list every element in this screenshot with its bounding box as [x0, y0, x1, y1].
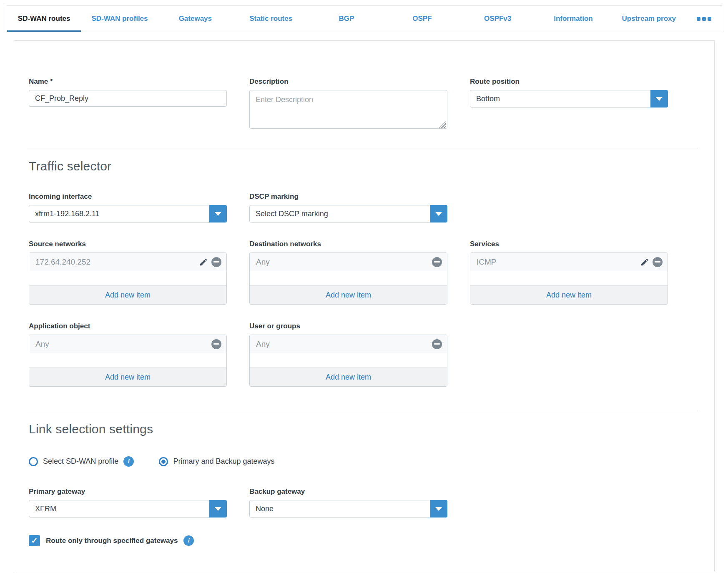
application-users-row: Application object Any Add new item User…: [29, 322, 698, 387]
backup-gateway-select[interactable]: None: [249, 500, 447, 518]
list-item: Any: [29, 335, 226, 353]
primary-gateway-select[interactable]: XFRM: [29, 500, 227, 518]
remove-icon[interactable]: [432, 257, 442, 267]
list-item-text: ICMP: [477, 258, 640, 267]
route-position-select[interactable]: Bottom: [470, 90, 668, 108]
add-service-button[interactable]: Add new item: [470, 285, 668, 304]
user-or-groups-listbox: Any Add new item: [249, 335, 447, 387]
services-listbox: ICMP Add new item: [470, 252, 668, 305]
route-position-field-group: Route position Bottom: [470, 78, 668, 130]
chevron-down-icon: [215, 212, 221, 216]
tab-ospfv3[interactable]: OSPFv3: [460, 6, 535, 32]
backup-gateway-dropdown-button[interactable]: [430, 500, 447, 518]
route-only-checkbox[interactable]: ✓: [29, 535, 40, 546]
description-label: Description: [249, 78, 447, 86]
tab-static-routes[interactable]: Static routes: [233, 6, 309, 32]
radio-primary-backup-gateways[interactable]: Primary and Backup gateways: [159, 457, 274, 466]
user-or-groups-label: User or groups: [249, 322, 447, 330]
tab-bar: SD-WAN routes SD-WAN profiles Gateways S…: [6, 5, 722, 32]
primary-gateway-field-group: Primary gateway XFRM: [29, 488, 227, 518]
tab-bgp[interactable]: BGP: [309, 6, 384, 32]
ellipsis-icon: [697, 17, 711, 21]
radio-label: Select SD-WAN profile: [43, 457, 118, 466]
edit-icon[interactable]: [640, 258, 649, 267]
route-position-value: Bottom: [470, 90, 650, 107]
networks-services-row: Source networks 172.64.240.252 Add new i…: [29, 240, 698, 305]
description-textarea[interactable]: [249, 90, 447, 129]
route-only-checkbox-label: Route only through specified gateways: [46, 537, 178, 545]
destination-networks-label: Destination networks: [249, 240, 447, 248]
destination-networks-listbox: Any Add new item: [249, 252, 447, 305]
list-item-text: Any: [35, 340, 211, 349]
incoming-interface-dropdown-button[interactable]: [209, 205, 227, 222]
source-networks-group: Source networks 172.64.240.252 Add new i…: [29, 240, 227, 305]
list-item-text: Any: [256, 258, 432, 267]
user-or-groups-group: User or groups Any Add new item: [249, 322, 447, 387]
add-application-object-button[interactable]: Add new item: [29, 368, 226, 386]
services-label: Services: [470, 240, 668, 248]
description-field-group: Description: [249, 78, 447, 130]
primary-gateway-label: Primary gateway: [29, 488, 227, 496]
application-object-label: Application object: [29, 322, 227, 330]
check-icon: ✓: [31, 536, 38, 545]
tab-information[interactable]: Information: [535, 6, 611, 32]
tab-ospf[interactable]: OSPF: [384, 6, 460, 32]
tab-label: OSPFv3: [484, 15, 511, 23]
route-position-dropdown-button[interactable]: [650, 90, 668, 108]
tab-sd-wan-profiles[interactable]: SD-WAN profiles: [82, 6, 157, 32]
link-selection-radio-row: Select SD-WAN profile i Primary and Back…: [29, 456, 698, 467]
name-label: Name *: [29, 78, 227, 86]
add-user-or-group-button[interactable]: Add new item: [250, 368, 447, 386]
primary-gateway-value: XFRM: [29, 500, 209, 517]
dscp-marking-value: Select DSCP marking: [250, 205, 430, 222]
tab-gateways[interactable]: Gateways: [158, 6, 233, 32]
services-group: Services ICMP Add new item: [470, 240, 668, 305]
remove-icon[interactable]: [211, 339, 221, 349]
tab-label: Upstream proxy: [622, 15, 676, 23]
tab-label: OSPF: [412, 15, 432, 23]
list-item: Any: [250, 335, 447, 353]
remove-icon[interactable]: [653, 257, 663, 267]
incoming-interface-field-group: Incoming interface xfrm1-192.168.2.11: [29, 192, 227, 222]
remove-icon[interactable]: [211, 257, 221, 267]
radio-select-sdwan-profile[interactable]: Select SD-WAN profile i: [29, 456, 134, 467]
section-divider: [27, 148, 698, 148]
info-icon[interactable]: i: [183, 535, 194, 546]
more-tabs-button[interactable]: [687, 6, 722, 32]
primary-gateway-dropdown-button[interactable]: [209, 500, 227, 518]
application-object-listbox: Any Add new item: [29, 335, 227, 387]
list-empty-area: [250, 271, 447, 285]
name-input[interactable]: [29, 90, 227, 107]
tab-label: SD-WAN profiles: [91, 15, 148, 23]
backup-gateway-value: None: [250, 500, 430, 517]
edit-icon[interactable]: [199, 258, 208, 267]
dscp-marking-dropdown-button[interactable]: [430, 205, 447, 222]
traffic-selector-title: Traffic selector: [29, 159, 698, 173]
tab-upstream-proxy[interactable]: Upstream proxy: [611, 6, 687, 32]
list-empty-area: [29, 353, 226, 368]
source-networks-listbox: 172.64.240.252 Add new item: [29, 252, 227, 305]
add-source-network-button[interactable]: Add new item: [29, 285, 226, 304]
remove-icon[interactable]: [432, 339, 442, 349]
dscp-marking-select[interactable]: Select DSCP marking: [249, 205, 447, 222]
destination-networks-group: Destination networks Any Add new item: [249, 240, 447, 305]
list-empty-area: [29, 271, 226, 285]
gateways-row: Primary gateway XFRM Backup gateway None: [29, 488, 698, 518]
info-icon[interactable]: i: [123, 456, 134, 467]
chevron-down-icon: [215, 507, 221, 511]
tab-label: Static routes: [249, 15, 292, 23]
chevron-down-icon: [435, 507, 442, 511]
dscp-marking-field-group: DSCP marking Select DSCP marking: [249, 192, 447, 222]
backup-gateway-label: Backup gateway: [249, 488, 447, 496]
route-only-checkbox-row: ✓ Route only through specified gateways …: [29, 535, 698, 546]
tab-sd-wan-routes[interactable]: SD-WAN routes: [6, 6, 82, 32]
list-empty-area: [250, 353, 447, 368]
list-empty-area: [470, 271, 668, 285]
backup-gateway-field-group: Backup gateway None: [249, 488, 447, 518]
radio-label: Primary and Backup gateways: [173, 457, 274, 466]
add-destination-network-button[interactable]: Add new item: [250, 285, 447, 304]
list-item: Any: [250, 253, 447, 271]
list-item: 172.64.240.252: [29, 253, 226, 271]
incoming-interface-select[interactable]: xfrm1-192.168.2.11: [29, 205, 227, 222]
active-tab-underline: [7, 30, 81, 32]
